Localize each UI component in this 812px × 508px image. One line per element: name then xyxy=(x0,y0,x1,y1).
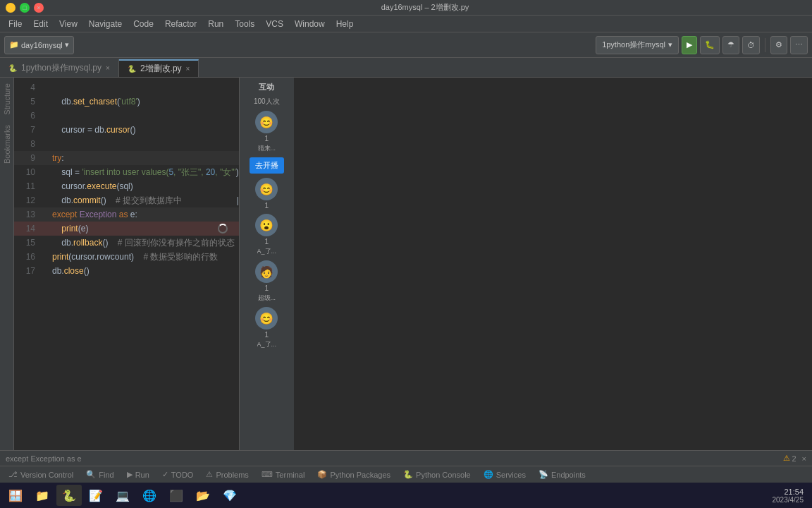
code-line-12: 12 db.commit() # 提交到数据库中 | xyxy=(14,193,239,207)
status-hint-text: except Exception as e xyxy=(6,454,82,463)
menu-code[interactable]: Code xyxy=(128,18,159,30)
python-console-btn[interactable]: 🐍 Python Console xyxy=(398,467,476,483)
run-tool-btn[interactable]: ▶ Run xyxy=(121,467,155,483)
sidebar-structure[interactable]: Structure xyxy=(1,80,13,118)
go-live-button[interactable]: 去开播 xyxy=(250,157,284,174)
menu-file[interactable]: File xyxy=(3,18,27,30)
version-control-btn[interactable]: ⎇ Version Control xyxy=(3,467,79,483)
endpoints-btn[interactable]: 📡 Endpoints xyxy=(533,467,591,483)
more-button[interactable]: ⋯ xyxy=(790,36,808,54)
code-line-10: 10 sql = 'insert into user values(5, "张三… xyxy=(14,165,239,179)
line-content-9: try: xyxy=(52,153,239,163)
count-3: 1 xyxy=(265,238,269,246)
problems-btn[interactable]: ⚠ Problems xyxy=(200,467,254,483)
terminal-label: Terminal xyxy=(276,471,305,479)
taskbar-clock[interactable]: 21:54 2023/4/25 xyxy=(767,488,810,504)
vc-label: Version Control xyxy=(20,471,73,479)
avatar-3: 😮 xyxy=(255,214,278,236)
menu-help[interactable]: Help xyxy=(331,18,359,30)
problems-label: Problems xyxy=(216,471,248,479)
project-label[interactable]: 📁 day16mysql ▾ xyxy=(4,36,74,54)
menu-edit[interactable]: Edit xyxy=(27,18,54,30)
window-title: day16mysql – 2增删改.py xyxy=(44,2,806,13)
code-line-15: 15 db.rollback() # 回滚到你没有操作之前的状态 xyxy=(14,236,239,250)
tabs-bar: 🐍 1python操作mysql.py × 🐍 2增删改.py × xyxy=(0,58,812,78)
todo-icon: ✓ xyxy=(162,470,168,479)
toolbar: 📁 day16mysql ▾ 1python操作mysql ▾ ▶ 🐛 ☂ ⏱ … xyxy=(0,32,812,58)
tab-label-1: 1python操作mysql.py xyxy=(21,62,102,74)
viewer-count: 100人次 xyxy=(254,97,280,107)
services-icon: 🌐 xyxy=(484,470,493,479)
taskbar-pycharm[interactable]: 💎 xyxy=(217,485,242,506)
taskbar-terminal[interactable]: 💻 xyxy=(110,485,135,506)
avatar-2: 😊 xyxy=(255,178,278,200)
taskbar-cmd[interactable]: ⬛ xyxy=(164,485,189,506)
terminal-btn[interactable]: ⌨ Terminal xyxy=(256,467,311,483)
line-number-13: 13 xyxy=(14,210,42,219)
line-number-15: 15 xyxy=(14,238,42,248)
profile-button[interactable]: ⏱ xyxy=(742,36,760,54)
menu-window[interactable]: Window xyxy=(289,18,331,30)
run-icon: ▶ xyxy=(127,470,133,479)
line-content-5: db.set_charset('utf8') xyxy=(52,97,239,107)
name-3: A_了... xyxy=(257,247,277,256)
menu-navigate[interactable]: Navigate xyxy=(83,18,128,30)
minimize-button[interactable]: - xyxy=(6,3,16,13)
line-number-7: 7 xyxy=(14,125,42,135)
config-name: 1python操作mysql xyxy=(602,40,665,50)
tab-file2[interactable]: 🐍 2增删改.py × xyxy=(119,59,199,77)
taskbar-notepad[interactable]: 📝 xyxy=(83,485,109,506)
warning-indicator: ⚠ xyxy=(783,454,790,463)
tab-close-1[interactable]: × xyxy=(106,64,110,72)
line-content-11: cursor.execute(sql) xyxy=(52,181,239,191)
coverage-button[interactable]: ☂ xyxy=(722,36,739,54)
menu-view[interactable]: View xyxy=(54,18,83,30)
menu-run[interactable]: Run xyxy=(202,18,229,30)
find-btn[interactable]: 🔍 Find xyxy=(80,467,119,483)
taskbar-files[interactable]: 📂 xyxy=(190,485,216,506)
tab-file1[interactable]: 🐍 1python操作mysql.py × xyxy=(0,59,119,77)
taskbar-explorer[interactable]: 📁 xyxy=(30,485,55,506)
settings-button[interactable]: ⚙ xyxy=(770,36,787,54)
python-packages-btn[interactable]: 📦 Python Packages xyxy=(312,467,396,483)
loading-spinner xyxy=(218,224,228,234)
code-line-13: 13 except Exception as e: xyxy=(14,207,239,222)
window-controls[interactable]: - □ × xyxy=(6,3,44,13)
run-config-selector[interactable]: 1python操作mysql ▾ xyxy=(596,36,679,54)
taskbar-browser[interactable]: 🌐 xyxy=(137,485,162,506)
tab-close-2[interactable]: × xyxy=(186,65,190,73)
line-content-12: db.commit() # 提交到数据库中 xyxy=(52,195,231,207)
todo-btn[interactable]: ✓ TODO xyxy=(156,467,199,483)
maximize-button[interactable]: □ xyxy=(20,3,30,13)
interact-user-1: 😊 1 猜来... xyxy=(242,111,291,153)
tab-label-2: 2增删改.py xyxy=(140,63,182,75)
clock-date: 2023/4/25 xyxy=(773,496,804,504)
start-button[interactable]: 🪟 xyxy=(3,485,28,506)
avatar-1: 😊 xyxy=(255,111,278,133)
title-bar: - □ × day16mysql – 2增删改.py xyxy=(0,0,812,16)
close-hint: × xyxy=(802,454,806,463)
endpoints-icon: 📡 xyxy=(539,470,548,479)
bottom-toolbar: ⎇ Version Control 🔍 Find ▶ Run ✓ TODO ⚠ … xyxy=(0,466,812,483)
sidebar-bookmarks[interactable]: Bookmarks xyxy=(1,122,13,167)
interact-user-2: 😊 1 xyxy=(242,178,291,210)
run-label: Run xyxy=(135,471,149,479)
services-btn[interactable]: 🌐 Services xyxy=(478,467,531,483)
menu-refactor[interactable]: Refactor xyxy=(159,18,202,30)
taskbar-python[interactable]: 🐍 xyxy=(56,485,82,506)
avatar-5: 😊 xyxy=(255,307,278,329)
code-editor[interactable]: 4 5 db.set_charset('utf8') 6 7 curs xyxy=(14,78,239,450)
close-button[interactable]: × xyxy=(34,3,44,13)
menu-tools[interactable]: Tools xyxy=(229,18,260,30)
code-line-9: 9 try: xyxy=(14,151,239,165)
find-label: Find xyxy=(99,471,113,479)
interaction-title: 互动 xyxy=(259,82,274,92)
count-4: 1 xyxy=(265,284,269,292)
menu-vcs[interactable]: VCS xyxy=(260,18,289,30)
todo-label: TODO xyxy=(171,471,194,479)
run-button[interactable]: ▶ xyxy=(682,36,697,54)
line-number-12: 12 xyxy=(14,195,42,205)
debug-button[interactable]: 🐛 xyxy=(700,36,720,54)
clock-time: 21:54 xyxy=(784,488,804,496)
code-line-7: 7 cursor = db.cursor() xyxy=(14,123,239,137)
